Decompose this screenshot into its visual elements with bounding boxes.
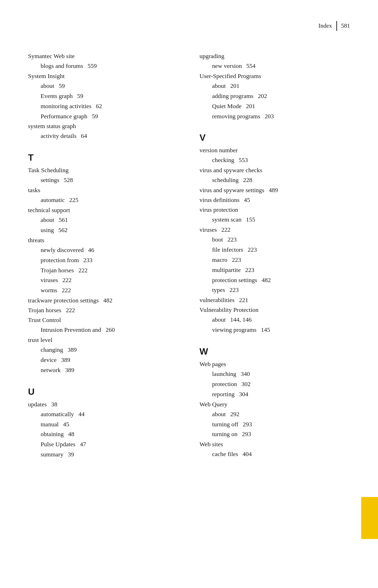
section-letter-t: T [28,152,178,163]
section-letter-u: U [28,386,178,397]
section-letter-v: V [200,132,350,143]
list-item: Web pages launching 340 protection 302 r… [200,359,350,399]
list-item: virus definitions 45 [200,195,350,205]
list-item: tasks automatic 225 [28,185,178,205]
section-letter-w: W [200,346,350,357]
list-item: system status graph activity details 64 [28,121,178,141]
page-header: Index 581 [28,21,350,34]
list-item: User-Specified Programs about 201 adding… [200,71,350,121]
list-item: Trojan horses 222 [28,305,178,315]
left-column: Symantec Web site blogs and forums 559 S… [28,51,178,461]
list-item: System Insight about 59 Events graph 59 … [28,71,178,121]
header-label: Index [318,22,332,29]
list-item: version number checking 553 [200,145,350,165]
section-v: V version number checking 553 virus and … [200,132,350,335]
section-u: U updates 38 automatically 44 manual 45 … [28,386,178,460]
list-item: Task Scheduling settings 528 [28,165,178,185]
list-item: updates 38 automatically 44 manual 45 ob… [28,399,178,460]
vulnerability-protection-entry: Vulnerability Protection about 144, 146 … [200,305,350,335]
list-item: Symantec Web site blogs and forums 559 [28,51,178,71]
list-item: Trust Control Intrusion Prevention and 2… [28,315,178,335]
list-item: Web Query about 292 turning off 293 turn… [200,399,350,440]
list-item: trackware protection settings 482 [28,295,178,305]
index-columns: Symantec Web site blogs and forums 559 S… [28,51,350,461]
list-item: virus and spyware settings 489 [200,185,350,195]
section-t: T Task Scheduling settings 528 tasks aut… [28,152,178,375]
list-item: Web sites cache files 404 [200,439,350,459]
yellow-tab [361,497,378,539]
list-item: upgrading new version 554 [200,51,350,71]
list-item: vulnerabilities 221 [200,295,350,305]
page-number: 581 [341,22,350,29]
list-item: trust level changing 389 device 389 netw… [28,335,178,375]
list-item: viruses 222 boot 223 file infectors 223 … [200,225,350,295]
section-u-continuation: upgrading new version 554 User-Specified… [200,51,350,121]
list-item: threats newly discovered 46 protection f… [28,235,178,295]
list-item: virus protection system scan 155 [200,205,350,225]
header-divider [336,21,337,31]
page-container: Index 581 Symantec Web site blogs and fo… [0,0,378,588]
header-text: Index 581 [318,21,350,31]
right-column: upgrading new version 554 User-Specified… [200,51,350,461]
section-w: W Web pages launching 340 protection 302… [200,346,350,459]
list-item: virus and spyware checks scheduling 228 [200,165,350,185]
section-s-continuation: Symantec Web site blogs and forums 559 S… [28,51,178,141]
list-item: technical support about 561 using 562 [28,205,178,235]
